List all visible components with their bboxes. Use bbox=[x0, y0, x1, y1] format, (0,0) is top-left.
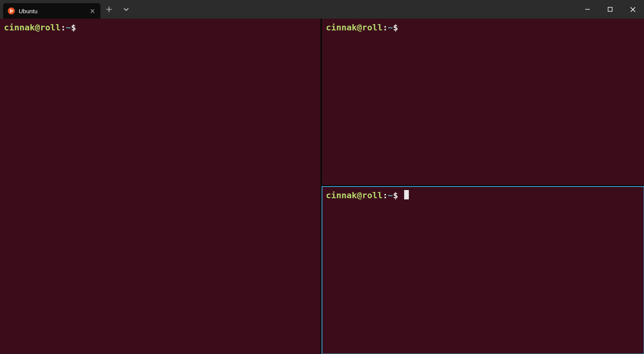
prompt-line: cinnak@roll:~$ bbox=[4, 22, 317, 34]
prompt-path: ~ bbox=[388, 23, 393, 32]
prompt-separator: : bbox=[383, 190, 388, 200]
minimize-button[interactable] bbox=[576, 0, 599, 19]
prompt-symbol: $ bbox=[393, 23, 398, 32]
prompt-separator: : bbox=[383, 23, 388, 32]
prompt-path: ~ bbox=[388, 190, 393, 200]
titlebar[interactable]: Ubuntu bbox=[0, 0, 644, 19]
prompt-line: cinnak@roll:~$ bbox=[326, 22, 640, 34]
prompt-line: cinnak@roll:~$ bbox=[326, 190, 640, 202]
prompt-symbol: $ bbox=[71, 23, 76, 32]
prompt-user: cinnak@roll bbox=[326, 190, 383, 200]
maximize-button[interactable] bbox=[599, 0, 621, 19]
svg-point-2 bbox=[10, 9, 11, 10]
prompt-user: cinnak@roll bbox=[4, 23, 61, 32]
new-tab-button[interactable] bbox=[100, 0, 118, 19]
ubuntu-icon bbox=[8, 7, 15, 14]
svg-point-1 bbox=[12, 11, 13, 12]
svg-rect-4 bbox=[608, 7, 612, 12]
svg-point-0 bbox=[11, 10, 12, 12]
tab-ubuntu[interactable]: Ubuntu bbox=[3, 3, 100, 19]
pane-left[interactable]: cinnak@roll:~$ bbox=[0, 19, 322, 354]
cursor-icon bbox=[404, 190, 409, 199]
terminal-window: Ubuntu cinnak@r bbox=[0, 0, 644, 354]
close-window-button[interactable] bbox=[621, 0, 644, 19]
pane-top-right[interactable]: cinnak@roll:~$ bbox=[322, 19, 644, 187]
prompt-separator: : bbox=[61, 23, 66, 32]
tab-dropdown-button[interactable] bbox=[118, 0, 135, 19]
tab-strip: Ubuntu bbox=[0, 0, 576, 19]
svg-point-3 bbox=[10, 12, 11, 13]
close-tab-button[interactable] bbox=[89, 7, 96, 14]
prompt-user: cinnak@roll bbox=[326, 23, 383, 32]
window-controls bbox=[576, 0, 644, 19]
pane-bottom-right-active[interactable]: cinnak@roll:~$ bbox=[322, 187, 644, 354]
prompt-symbol: $ bbox=[393, 190, 398, 200]
tab-title: Ubuntu bbox=[19, 8, 85, 14]
pane-grid: cinnak@roll:~$ cinnak@roll:~$ cinnak@rol… bbox=[0, 19, 644, 354]
prompt-path: ~ bbox=[66, 23, 71, 32]
